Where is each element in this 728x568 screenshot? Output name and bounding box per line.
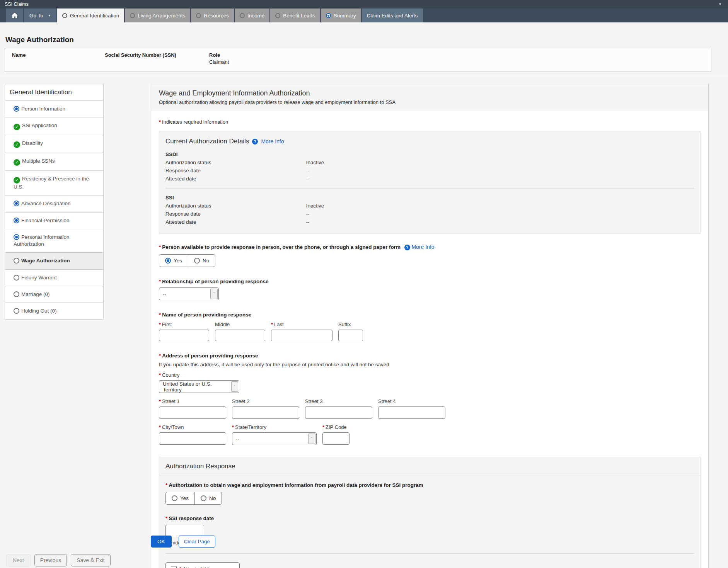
last-name-field[interactable] bbox=[271, 330, 332, 341]
address-section-label: *Address of person providing response bbox=[159, 353, 701, 359]
sidebar-item-marriage[interactable]: Marriage (0) bbox=[5, 286, 103, 303]
suffix-field[interactable] bbox=[338, 330, 363, 341]
required-note: *Indicates required information bbox=[159, 119, 701, 125]
complete-check-icon: ✓ bbox=[14, 141, 20, 148]
sidebar-item-residency-presence[interactable]: ✓Residency & Presence in the U.S. bbox=[5, 171, 103, 196]
attested-checkbox[interactable] bbox=[171, 566, 177, 568]
street4-field[interactable] bbox=[378, 406, 445, 419]
main-navbar: Go To ▼ General Identification Living Ar… bbox=[0, 9, 728, 22]
auth-detail-row: Authorization status Inactive bbox=[165, 203, 694, 209]
suffix-group: Suffix bbox=[338, 321, 363, 341]
sidebar-item-disability[interactable]: ✓Disability bbox=[5, 135, 103, 153]
last-name-group: *Last bbox=[271, 321, 332, 341]
tab-resources[interactable]: Resources bbox=[191, 9, 234, 22]
country-select[interactable]: United States or U.S. Territory ˋ bbox=[159, 380, 239, 393]
header-divider bbox=[0, 77, 728, 77]
authorization-yes[interactable]: Yes bbox=[166, 492, 194, 504]
in-progress-icon bbox=[14, 218, 19, 223]
relationship-select[interactable]: -- ˋ bbox=[159, 287, 219, 300]
auth-detail-row: Authorization status Inactive bbox=[165, 160, 694, 165]
collapse-caret-icon[interactable]: ▼ bbox=[718, 2, 722, 6]
next-button[interactable]: Next bbox=[6, 554, 31, 566]
home-button[interactable] bbox=[6, 9, 23, 22]
save-exit-button[interactable]: Save & Exit bbox=[71, 554, 110, 566]
authorization-question: *Authorization to obtain wage and employ… bbox=[165, 482, 694, 488]
person-available-question: *Person available to provide response in… bbox=[159, 244, 701, 250]
tab-status-icon bbox=[240, 13, 245, 18]
person-summary-box: Name Social Security Number (SSN) Role C… bbox=[5, 48, 711, 72]
current-authorization-details-box: Current Authorization Details ? More Inf… bbox=[159, 131, 701, 234]
tab-status-icon bbox=[130, 13, 135, 18]
zip-group: *ZIP Code bbox=[322, 424, 350, 445]
authorization-radio-group: Yes No bbox=[165, 492, 222, 505]
sidebar-item-ssi-application[interactable]: ✓SSI Application bbox=[5, 117, 103, 135]
tab-status-icon-selected bbox=[326, 13, 331, 18]
required-asterisk: * bbox=[159, 119, 161, 125]
tab-general-identification[interactable]: General Identification bbox=[57, 9, 124, 22]
sidebar-item-multiple-ssns[interactable]: ✓Multiple SSNs bbox=[5, 153, 103, 171]
panel-title: Wage and Employment Information Authoriz… bbox=[159, 89, 701, 97]
ssdi-response-date: -- bbox=[306, 168, 310, 173]
sidebar-item-personal-information-authorization[interactable]: Personal Information Authorization bbox=[5, 229, 103, 253]
sidebar-item-advance-designation[interactable]: Advance Designation bbox=[5, 196, 103, 212]
auth-detail-row: Attested date -- bbox=[165, 176, 694, 182]
clear-page-button[interactable]: Clear Page bbox=[179, 536, 216, 548]
street3-field[interactable] bbox=[305, 406, 372, 419]
more-info-link[interactable]: More Info bbox=[261, 138, 284, 145]
street2-field[interactable] bbox=[232, 406, 299, 419]
help-icon[interactable]: ? bbox=[252, 139, 258, 145]
in-progress-icon bbox=[14, 234, 19, 240]
current-auth-title: Current Authorization Details bbox=[165, 138, 249, 145]
ssi-attested-date: -- bbox=[306, 219, 310, 225]
street4-group: Street 4 bbox=[378, 398, 445, 419]
tab-living-arrangements[interactable]: Living Arrangements bbox=[125, 9, 190, 22]
not-started-circle-icon bbox=[14, 275, 19, 281]
more-info-link[interactable]: More Info bbox=[411, 244, 434, 250]
state-group: *State/Territory -- ˋ bbox=[232, 424, 317, 445]
form-actions: OK Clear Page bbox=[151, 536, 215, 548]
panel-header: Wage and Employment Information Authoriz… bbox=[151, 84, 708, 111]
first-name-field[interactable] bbox=[159, 330, 209, 341]
tab-claim-edits-and-alerts[interactable]: Claim Edits and Alerts bbox=[362, 9, 423, 22]
previous-button[interactable]: Previous bbox=[34, 554, 67, 566]
in-progress-icon bbox=[14, 106, 19, 112]
sidebar-item-wage-authorization[interactable]: Wage Authorization bbox=[5, 253, 103, 269]
city-group: *City/Town bbox=[159, 424, 226, 445]
sidebar-item-financial-permission[interactable]: Financial Permission bbox=[5, 213, 103, 229]
sidebar-item-felony-warrant[interactable]: Felony Warrant bbox=[5, 270, 103, 286]
tab-summary[interactable]: Summary bbox=[321, 9, 361, 22]
window-titlebar: SSI Claims ▼ bbox=[0, 0, 728, 9]
attested-checkbox-group[interactable]: *Attested this response bbox=[165, 562, 240, 568]
person-available-yes[interactable]: Yes bbox=[159, 255, 188, 267]
auth-detail-row: Response date -- bbox=[165, 211, 694, 217]
complete-check-icon: ✓ bbox=[14, 159, 20, 166]
zip-field[interactable] bbox=[322, 432, 350, 445]
middle-name-field[interactable] bbox=[215, 330, 265, 341]
person-available-no[interactable]: No bbox=[188, 255, 215, 267]
home-icon bbox=[12, 13, 18, 18]
ssdi-authorization-status: Inactive bbox=[306, 160, 324, 165]
street1-group: *Street 1 bbox=[159, 398, 226, 419]
radio-icon bbox=[194, 258, 200, 264]
role-label: Role bbox=[209, 52, 704, 59]
section-sidebar: General Identification Person Informatio… bbox=[5, 84, 104, 320]
chevron-down-icon: ˋ bbox=[231, 381, 238, 392]
role-value: Claimant bbox=[209, 59, 704, 66]
ssi-section-label: SSI bbox=[165, 195, 694, 201]
state-select[interactable]: -- ˋ bbox=[232, 432, 317, 445]
radio-icon bbox=[201, 495, 206, 501]
name-label: Name bbox=[12, 52, 105, 59]
tab-income[interactable]: Income bbox=[235, 9, 269, 22]
sidebar-item-holding-out[interactable]: Holding Out (0) bbox=[5, 303, 103, 319]
city-field[interactable] bbox=[159, 432, 226, 445]
street1-field[interactable] bbox=[159, 406, 226, 419]
goto-dropdown[interactable]: Go To ▼ bbox=[24, 9, 56, 22]
authorization-no[interactable]: No bbox=[194, 492, 222, 504]
help-icon[interactable]: ? bbox=[404, 245, 410, 250]
ssi-authorization-status: Inactive bbox=[306, 203, 324, 209]
relationship-label: *Relationship of person providing respon… bbox=[159, 279, 701, 284]
ssn-label: Social Security Number (SSN) bbox=[105, 52, 209, 59]
ok-button[interactable]: OK bbox=[151, 536, 172, 548]
tab-benefit-leads[interactable]: Benefit Leads bbox=[270, 9, 320, 22]
sidebar-item-person-information[interactable]: Person Information bbox=[5, 101, 103, 117]
